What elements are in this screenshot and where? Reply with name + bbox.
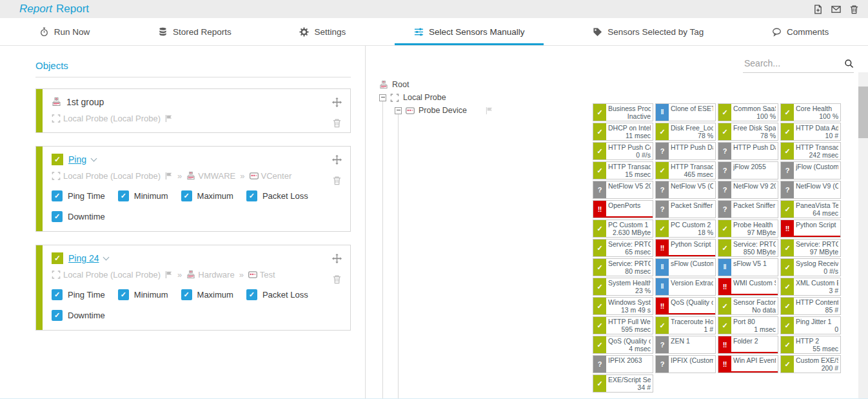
sensor-tile[interactable]: ✓ PC Custom 2 18 %	[655, 220, 716, 238]
channel-checkbox-packet-loss[interactable]: Packet Loss	[246, 289, 308, 300]
sensor-tile[interactable]: ✓ HTTP Full Web... 595 msec	[593, 316, 653, 334]
sensor-tile[interactable]: ? IPFIX (Custom...	[655, 355, 716, 373]
tab-comments[interactable]: Comments	[753, 18, 848, 45]
sensor-tile[interactable]: ? Packet Sniffer 2	[718, 200, 778, 218]
checkbox-checked-icon[interactable]	[181, 289, 192, 300]
channel-checkbox-maximum[interactable]: Maximum	[181, 190, 233, 201]
channel-checkbox-maximum[interactable]: Maximum	[181, 289, 233, 300]
sensor-tile[interactable]: ✓ Traceroute Ho... 1 #	[655, 316, 716, 334]
search-input[interactable]	[743, 57, 844, 69]
sensor-tile[interactable]: ‼ Folder 2	[718, 336, 778, 354]
sensor-tile[interactable]: ✓ Free Disk Spac... 78 %	[718, 123, 778, 141]
tab-sensors-selected-by-tag[interactable]: Sensors Selected by Tag	[573, 18, 723, 45]
checkbox-checked-icon[interactable]	[118, 289, 129, 300]
checkbox-checked-icon[interactable]	[181, 190, 192, 201]
sensor-tile[interactable]: ✓ Port 80 1 msec	[718, 316, 778, 334]
sensor-tile[interactable]: ✓ Service: PRTG ... 97 MByte	[780, 239, 841, 257]
sensor-tile[interactable]: ✓ QoS (Quality of... 4 msec	[593, 336, 653, 354]
sensor-tile[interactable]: ? NetFlow V5 20...	[593, 181, 653, 199]
delete-button[interactable]	[332, 176, 342, 185]
sensor-tile[interactable]: ✓ System Health 23 %	[593, 278, 653, 296]
channel-checkbox-packet-loss[interactable]: Packet Loss	[246, 190, 308, 201]
sensor-tile[interactable]: ‖ sFlow V5 1	[718, 258, 778, 276]
sensor-tile[interactable]: ✓ Core Health 100 %	[780, 103, 841, 121]
tree-node-label[interactable]: Root	[392, 80, 409, 89]
sensor-tile[interactable]: ✓ Service: PRTG ... 80 msec	[593, 258, 653, 276]
tab-run-now[interactable]: Run Now	[20, 18, 110, 45]
channel-checkbox-downtime[interactable]: Downtime	[52, 310, 105, 321]
channel-checkbox-ping-time[interactable]: Ping Time	[52, 289, 105, 300]
channel-checkbox-minimum[interactable]: Minimum	[118, 190, 168, 201]
sensor-tile[interactable]: ✓ Ping Jitter 1 0	[780, 316, 841, 334]
tab-select-sensors-manually[interactable]: Select Sensors Manually	[395, 18, 544, 45]
sensor-tile[interactable]: ✓ Probe Health 97 MByte	[718, 220, 778, 238]
sensor-tile[interactable]: ✓ HTTP Data Ad... 10 #	[780, 123, 841, 141]
sensor-tile[interactable]: ✓ HTTP Transact... 242 msec	[780, 142, 841, 160]
object-selected-checkbox[interactable]	[52, 252, 63, 264]
checkbox-checked-icon[interactable]	[52, 289, 63, 300]
sensor-tile[interactable]: ? IPFIX 2063	[593, 355, 653, 373]
sensor-tile[interactable]: ✓ PC Custom 1 2.630 MByte	[593, 220, 653, 238]
sensor-tile[interactable]: ‖ Clone of ESET ...	[655, 103, 716, 121]
sensor-tile[interactable]: ‼ Win API Eventl...	[718, 355, 778, 373]
checkbox-checked-icon[interactable]	[52, 190, 63, 201]
object-selected-checkbox[interactable]	[52, 154, 63, 165]
tree-collapse-toggle[interactable]	[379, 94, 386, 101]
sensor-tile[interactable]: ‼ Python Script ...	[655, 239, 716, 257]
sensor-tile[interactable]: ? NetFlow V5 (C...	[655, 181, 716, 199]
channel-checkbox-downtime[interactable]: Downtime	[52, 211, 105, 222]
channel-checkbox-minimum[interactable]: Minimum	[118, 289, 168, 300]
checkbox-checked-icon[interactable]	[52, 211, 63, 222]
tab-stored-reports[interactable]: Stored Reports	[139, 18, 251, 45]
sensor-tile[interactable]: ✓ Service: PRTG ... 65 msec	[593, 239, 653, 257]
add-report-button[interactable]	[813, 5, 823, 14]
sensor-tile[interactable]: ✓ Service: PRTG ... 850 MByte	[718, 239, 778, 257]
tree-node-label[interactable]: Probe Device	[419, 106, 467, 115]
sensor-tile[interactable]: ✓ HTTP Transact... 15 msec	[593, 161, 653, 179]
delete-report-button[interactable]	[849, 5, 859, 14]
sensor-tile[interactable]: ‼ QoS (Quality of...	[655, 297, 716, 315]
sensor-tile[interactable]: ? jFlow (Custom...	[780, 161, 841, 179]
sensor-tile[interactable]: ✓ Disk Free_Local 78 %	[655, 123, 716, 141]
sensor-tile[interactable]: ? NetFlow V9 (C...	[780, 181, 841, 199]
sensor-tile[interactable]: ✓ Common SaaS... 100 %	[718, 103, 778, 121]
sensor-tile[interactable]: ✓ HTTP Push Co... 0 #/s	[593, 142, 653, 160]
sensor-tile[interactable]: ‖ sFlow (Custom...	[655, 258, 716, 276]
object-name-link[interactable]: Ping	[68, 154, 86, 165]
sensor-tile[interactable]: ✓ DHCP on Intel(... 11 msec	[593, 123, 653, 141]
sensor-tile[interactable]: ? Packet Sniffer 1	[655, 200, 716, 218]
move-button[interactable]	[332, 254, 342, 263]
scrollbar-thumb[interactable]	[858, 87, 868, 138]
object-name-link[interactable]: Ping 24	[68, 253, 99, 263]
sensor-tile[interactable]: ✓ Custom EXE/S... 200 #	[780, 355, 841, 373]
sensor-tile[interactable]: ✓ HTTP Content 1 85 #	[780, 297, 841, 315]
sensor-tile[interactable]: ? HTTP Push Da...	[718, 142, 778, 160]
sensor-tile[interactable]: ? NetFlow V9 20...	[718, 181, 778, 199]
sensor-tile[interactable]: ✓ XML Custom E... 3 #	[780, 278, 841, 296]
tree-node-label[interactable]: Local Probe	[403, 93, 446, 102]
sensor-tile[interactable]: ? ZEN 1	[655, 336, 716, 354]
checkbox-checked-icon[interactable]	[118, 190, 129, 201]
delete-button[interactable]	[332, 274, 342, 284]
sensor-tile[interactable]: ✓ Windows Syst... 13 m 49 s	[593, 297, 653, 315]
tree-collapse-toggle[interactable]	[395, 107, 402, 114]
checkbox-checked-icon[interactable]	[246, 289, 257, 300]
sensor-tile[interactable]: ? jFlow 2055	[718, 161, 778, 179]
sensor-tile[interactable]: ‼ WMI Custom S...	[718, 278, 778, 296]
sensor-tile[interactable]: ? HTTP Push Da...	[655, 142, 716, 160]
sensor-tile[interactable]: ✓ Sensor Factory... No data	[718, 297, 778, 315]
checkbox-checked-icon[interactable]	[246, 190, 257, 201]
move-button[interactable]	[332, 155, 342, 165]
sensor-tile[interactable]: ✓ HTTP Transact... 465 msec	[655, 161, 716, 179]
move-button[interactable]	[332, 97, 342, 107]
delete-button[interactable]	[332, 118, 342, 128]
checkbox-checked-icon[interactable]	[52, 310, 63, 321]
tab-settings[interactable]: Settings	[280, 18, 365, 45]
email-report-button[interactable]	[831, 5, 841, 14]
sensor-tile[interactable]: ✓ EXE/Script Sen... 34 #	[593, 374, 653, 393]
search-button[interactable]	[844, 59, 854, 68]
sensor-tile[interactable]: ‖ Version Extract...	[655, 278, 716, 296]
sensor-tile[interactable]: ✓ Business Proc... Inactive	[593, 103, 653, 121]
sensor-tile[interactable]: ‼ OpenPorts	[593, 200, 653, 218]
sensor-tile[interactable]: ✓ Syslog Receive... 0 #/s	[780, 258, 841, 276]
